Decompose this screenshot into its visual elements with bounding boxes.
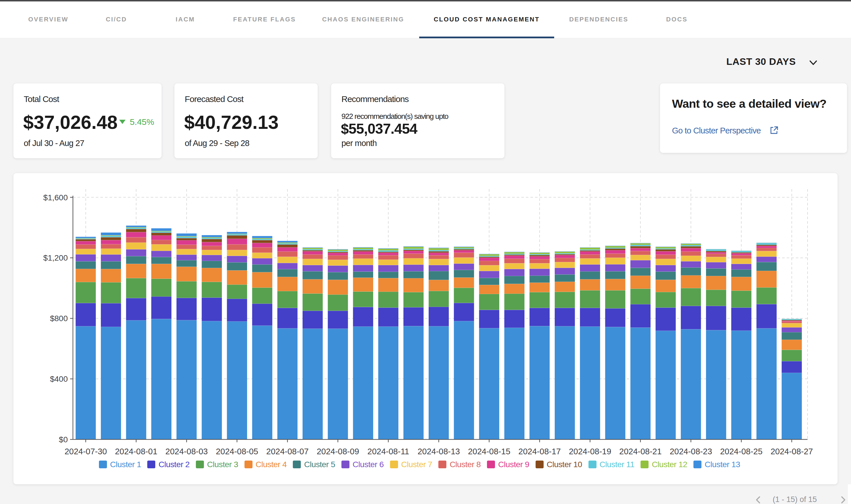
svg-text:2024-08-11: 2024-08-11 <box>367 447 409 456</box>
svg-text:2024-08-03: 2024-08-03 <box>165 447 208 456</box>
svg-text:2024-08-13: 2024-08-13 <box>417 447 460 456</box>
svg-text:2024-08-21: 2024-08-21 <box>619 447 662 456</box>
svg-text:2024-08-17: 2024-08-17 <box>518 447 561 456</box>
svg-text:2024-07-30: 2024-07-30 <box>65 447 107 456</box>
svg-text:2024-08-01: 2024-08-01 <box>115 447 157 456</box>
svg-text:2024-08-07: 2024-08-07 <box>266 447 309 456</box>
svg-text:2024-08-25: 2024-08-25 <box>720 447 762 456</box>
svg-text:2024-08-15: 2024-08-15 <box>468 447 510 456</box>
svg-text:$800: $800 <box>50 314 68 323</box>
svg-text:2024-08-27: 2024-08-27 <box>771 447 813 456</box>
svg-text:2024-08-19: 2024-08-19 <box>569 447 611 456</box>
svg-text:$1,200: $1,200 <box>43 253 68 262</box>
svg-text:2024-08-23: 2024-08-23 <box>670 447 712 456</box>
svg-text:$400: $400 <box>50 375 68 383</box>
svg-text:2024-08-05: 2024-08-05 <box>216 447 258 456</box>
svg-text:$0: $0 <box>59 435 68 444</box>
svg-text:2024-08-09: 2024-08-09 <box>316 447 359 456</box>
svg-text:$1,600: $1,600 <box>43 193 68 202</box>
